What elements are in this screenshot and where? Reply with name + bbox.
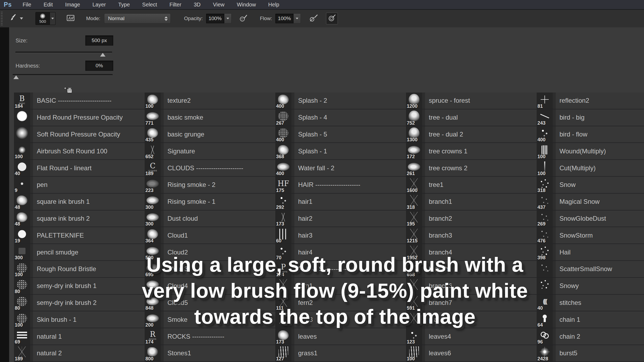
brush-preset-row[interactable]: fern3: [275, 311, 406, 328]
brush-preset-row[interactable]: 19PALETTEKNIFE: [14, 227, 145, 244]
menu-item-help[interactable]: Help: [268, 2, 279, 8]
menu-item-view[interactable]: View: [213, 2, 224, 8]
menu-item-3d[interactable]: 3D: [194, 2, 201, 8]
panel-grip[interactable]: [1, 12, 3, 25]
brush-preset-row[interactable]: 100leaves6: [406, 345, 537, 362]
brush-preset-row[interactable]: CCLOUDS189CLOUDS ----------------------: [145, 160, 275, 177]
brush-preset-row[interactable]: 111fern2: [275, 295, 406, 312]
brush-preset-row[interactable]: HF175HAIR ---------------------: [275, 177, 406, 194]
brush-preset-row[interactable]: 81reflection2: [537, 93, 644, 109]
brush-preset-row[interactable]: 64chain 1: [537, 311, 644, 328]
brush-preset-row[interactable]: 400Splash - 5: [275, 126, 406, 143]
brush-preset-row[interactable]: Snowy: [537, 278, 644, 295]
hardness-slider-thumb[interactable]: [13, 75, 19, 79]
brush-preset-row[interactable]: 123leaves4: [406, 328, 537, 345]
brush-preset-row[interactable]: BBASIC184BASIC -------------------------: [14, 93, 145, 109]
brush-preset-row[interactable]: 300Dust cloud: [145, 210, 275, 227]
menu-item-filter[interactable]: Filter: [169, 2, 181, 8]
brush-preset-row[interactable]: 15Cloud4: [145, 278, 275, 295]
brush-preset-row[interactable]: 173leaves: [275, 328, 406, 345]
brush-preset-row[interactable]: Hard Round Pressure Opacity: [14, 109, 145, 126]
menu-item-file[interactable]: File: [23, 2, 31, 8]
brush-preset-row[interactable]: 435basic grunge: [145, 126, 275, 143]
brush-preset-row[interactable]: ScatterSmallSnow: [537, 261, 644, 278]
brush-preset-row[interactable]: 368Splash - 1: [275, 143, 406, 160]
brush-preset-row[interactable]: 292hair1: [275, 194, 406, 210]
opacity-dropdown[interactable]: [224, 13, 232, 24]
brush-preset-row[interactable]: 60hair3: [275, 227, 406, 244]
menu-item-image[interactable]: Image: [65, 2, 80, 8]
brush-preset-row[interactable]: RROCKS174ROCKS ---------------: [145, 328, 275, 345]
size-value-box[interactable]: 500 px: [85, 35, 113, 46]
brush-preset-row[interactable]: 318branch1: [406, 194, 537, 210]
brush-preset-row[interactable]: 269SnowGlobeDust: [537, 210, 644, 227]
size-slider-thumb[interactable]: [100, 53, 105, 57]
brush-preset-row[interactable]: 173hair2: [275, 210, 406, 227]
brush-preset-row[interactable]: 2428burst5: [537, 345, 644, 362]
brush-preset-row[interactable]: 200Smoke: [145, 311, 275, 328]
brush-preset-row[interactable]: PPLANTS184PLANTS ----------------: [275, 261, 406, 278]
brush-preset-row[interactable]: plant1: [406, 311, 537, 328]
hardness-value-box[interactable]: 0%: [85, 61, 113, 71]
brush-preset-row[interactable]: 189natural 2: [14, 345, 145, 362]
pressure-opacity-button[interactable]: [237, 13, 249, 24]
brush-preset-row[interactable]: 695Cloud3: [145, 261, 275, 278]
brush-preset-row[interactable]: 80semy-dry ink brush 1: [14, 278, 145, 295]
brush-preset-row[interactable]: 1600tree1: [406, 177, 537, 194]
hardness-slider-track[interactable]: [13, 74, 113, 76]
brush-preset-row[interactable]: (((40stitches: [537, 295, 644, 312]
menu-item-type[interactable]: Type: [118, 2, 130, 8]
brush-preset-row[interactable]: 96chain 2: [537, 328, 644, 345]
mode-select[interactable]: Normal: [104, 13, 171, 24]
brush-preset-row[interactable]: 69natural 1: [14, 328, 145, 345]
size-slider-track[interactable]: [15, 51, 112, 53]
opacity-input[interactable]: 100%: [206, 14, 224, 23]
brush-preset-row[interactable]: 1215branch3: [406, 227, 537, 244]
brush-preset-row[interactable]: 100Cut(Multiply): [537, 160, 644, 177]
brush-preset-row[interactable]: 848Cloud5: [145, 295, 275, 312]
brush-preset-row[interactable]: 437Magical Snow: [537, 194, 644, 210]
brush-preset-row[interactable]: 100texture2: [145, 93, 275, 109]
brush-preset-row[interactable]: 172tree crowns 1: [406, 143, 537, 160]
toggle-brush-panel-button[interactable]: [65, 13, 76, 24]
brush-preset-row[interactable]: 1300tree - dual 2: [406, 126, 537, 143]
brush-preset-row[interactable]: 476SnowStorm: [537, 227, 644, 244]
brush-preset-row[interactable]: 500Cloud2: [145, 244, 275, 261]
brush-preset-row[interactable]: 400Water fall - 2: [275, 160, 406, 177]
brush-preset-row[interactable]: 223Rising smoke - 2: [145, 177, 275, 194]
menu-item-window[interactable]: Window: [237, 2, 256, 8]
brush-preset-row[interactable]: 771basic smoke: [145, 109, 275, 126]
brush-preset-row[interactable]: 364Cloud1: [145, 227, 275, 244]
brush-preset-row[interactable]: 261tree crowns 2: [406, 160, 537, 177]
brush-preset-row[interactable]: 100Wound(Multiply): [537, 143, 644, 160]
brush-preset-row[interactable]: 398Hail: [537, 244, 644, 261]
brush-preset-row[interactable]: 100Rough Round Bristle: [14, 261, 145, 278]
brush-preset-row[interactable]: 800Stones1: [145, 345, 275, 362]
flow-dropdown[interactable]: [294, 13, 301, 24]
brush-preset-row[interactable]: 752tree - dual: [406, 109, 537, 126]
brush-preset-picker[interactable]: 500: [35, 12, 56, 25]
brush-preset-row[interactable]: 658branch5: [406, 261, 537, 278]
brush-preset-row[interactable]: 243bird - big: [537, 109, 644, 126]
brush-preset-dropdown[interactable]: [50, 12, 56, 25]
brush-preset-row[interactable]: 9pen: [14, 177, 145, 194]
brush-preset-row[interactable]: 591branch7: [406, 295, 537, 312]
brush-preset-row[interactable]: 48square ink brush 2: [14, 210, 145, 227]
brush-tool-button[interactable]: [7, 13, 19, 24]
brush-preset-row[interactable]: branch6: [406, 278, 537, 295]
brush-preset-row[interactable]: 80semy-dry ink brush 2: [14, 295, 145, 312]
brush-preset-row[interactable]: 127grass1: [275, 345, 406, 362]
brush-preset-row[interactable]: 100Airbrush Soft Round 100: [14, 143, 145, 160]
menu-item-edit[interactable]: Edit: [43, 2, 53, 8]
brush-preset-row[interactable]: 267Splash - 4: [275, 109, 406, 126]
flow-input[interactable]: 100%: [275, 14, 294, 23]
brush-preset-row[interactable]: 100Skin brush - 1: [14, 311, 145, 328]
brush-preset-row[interactable]: 40Flat Round - lineart: [14, 160, 145, 177]
menu-item-select[interactable]: Select: [142, 2, 157, 8]
brush-preset-row[interactable]: 400bird - flow: [537, 126, 644, 143]
chevron-down-icon[interactable]: [20, 17, 23, 20]
brush-preset-row[interactable]: 195branch2: [406, 210, 537, 227]
brush-preset-row[interactable]: 1952branch4: [406, 244, 537, 261]
pressure-size-button[interactable]: [308, 13, 320, 24]
brush-preset-row[interactable]: 400Splash - 2: [275, 93, 406, 109]
